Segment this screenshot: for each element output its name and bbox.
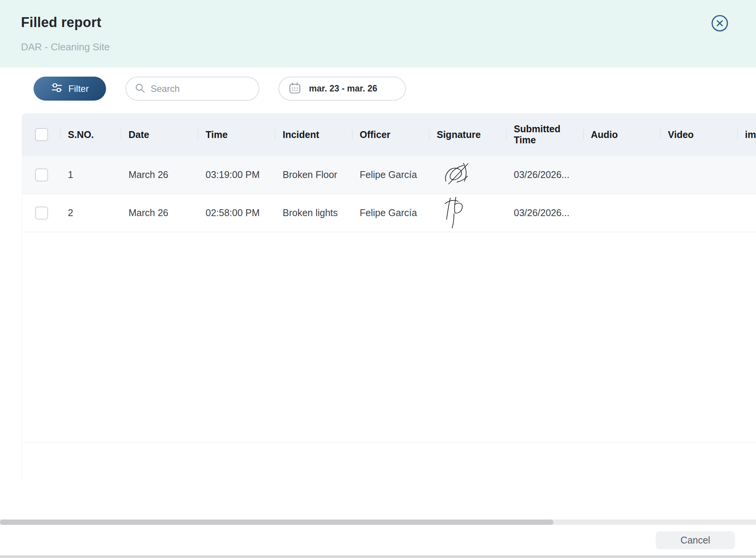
date-range-label: mar. 23 - mar. 26	[309, 83, 377, 94]
row-cell-signature	[429, 194, 506, 232]
date-range-picker[interactable]: mar. 23 - mar. 26	[278, 77, 406, 101]
column-label: Video	[668, 129, 694, 140]
row-cell-image	[737, 194, 756, 232]
officer-value: Felipe García	[360, 207, 417, 218]
row-cell-select	[22, 194, 60, 232]
row-cell-sno: 2	[60, 194, 121, 232]
column-label: Time	[206, 129, 228, 140]
table-row: 2 March 26 02:58:00 PM Broken lights Fel…	[22, 194, 756, 232]
header-cell-time: Time	[198, 113, 275, 156]
row-cell-date: March 26	[121, 194, 198, 232]
column-label: Date	[129, 129, 149, 140]
header-cell-incident: Incident	[275, 113, 352, 156]
row-cell-incident: Broken Floor	[275, 156, 352, 194]
column-label: S.NO.	[68, 129, 94, 140]
modal-footer: Cancel	[0, 525, 756, 555]
row-cell-select	[22, 156, 60, 194]
window-bottom-divider	[0, 555, 756, 558]
header-cell-officer: Officer	[352, 113, 429, 156]
header-cell-video: Video	[660, 113, 737, 156]
row-checkbox[interactable]	[35, 168, 48, 181]
select-all-checkbox[interactable]	[35, 128, 48, 141]
row-cell-date: March 26	[121, 156, 198, 194]
calendar-icon	[288, 82, 301, 96]
search-box	[125, 77, 259, 101]
row-cell-video	[660, 194, 737, 232]
submitted-time-value: 03/26/2026...	[514, 169, 569, 180]
time-value: 02:58:00 PM	[206, 207, 260, 218]
column-label: Signature	[437, 129, 481, 140]
search-input[interactable]	[151, 83, 269, 94]
column-label: ima	[745, 129, 756, 140]
submitted-time-value: 03/26/2026...	[514, 207, 569, 218]
close-icon	[711, 14, 729, 32]
filled-report-modal: Filled report DAR - Cleaning Site F	[0, 0, 756, 558]
time-value: 03:19:00 PM	[206, 169, 260, 180]
table-footer-strip	[22, 442, 756, 480]
signature-image	[443, 161, 471, 189]
row-cell-submitted-time: 03/26/2026...	[506, 194, 583, 232]
table-empty-area	[22, 232, 756, 442]
row-cell-submitted-time: 03/26/2026...	[506, 156, 583, 194]
row-cell-officer: Felipe García	[352, 194, 429, 232]
table-row: 1 March 26 03:19:00 PM Broken Floor Feli…	[22, 156, 756, 194]
column-label: Officer	[360, 129, 391, 140]
row-cell-sno: 1	[60, 156, 121, 194]
sno-value: 2	[68, 207, 73, 218]
header-cell-sno: S.NO.	[60, 113, 121, 156]
row-cell-signature	[429, 156, 506, 194]
row-cell-time: 03:19:00 PM	[198, 156, 275, 194]
close-button[interactable]	[711, 14, 729, 32]
header-cell-audio: Audio	[583, 113, 660, 156]
column-label: Incident	[283, 129, 319, 140]
incident-value: Broken Floor	[283, 169, 337, 180]
row-cell-time: 02:58:00 PM	[198, 194, 275, 232]
header-cell-date: Date	[121, 113, 198, 156]
row-checkbox[interactable]	[35, 207, 48, 220]
incident-value: Broken lights	[283, 207, 338, 218]
column-label: Submitted Time	[514, 123, 563, 146]
sno-value: 1	[68, 169, 73, 180]
horizontal-scrollbar-track[interactable]	[0, 520, 756, 525]
horizontal-scrollbar-thumb[interactable]	[0, 520, 553, 525]
header-cell-submitted-time: Submitted Time	[506, 113, 583, 156]
header-cell-select	[22, 113, 60, 156]
signature-image	[443, 194, 464, 232]
date-value: March 26	[129, 169, 168, 180]
column-label: Audio	[591, 129, 618, 140]
row-cell-video	[660, 156, 737, 194]
page-title: Filled report	[21, 14, 101, 30]
toolbar: Filter mar. 23 - mar. 26	[34, 77, 406, 101]
row-cell-audio	[583, 194, 660, 232]
header-cell-signature: Signature	[429, 113, 506, 156]
header-cell-image: ima	[737, 113, 756, 156]
search-icon	[135, 83, 145, 95]
row-cell-image	[737, 156, 756, 194]
officer-value: Felipe García	[360, 169, 417, 180]
filter-button-label: Filter	[68, 83, 88, 94]
row-cell-officer: Felipe García	[352, 156, 429, 194]
date-value: March 26	[129, 207, 168, 218]
table-header-row: S.NO. Date Time Incident Officer Signatu…	[22, 113, 756, 156]
filter-sliders-icon	[51, 82, 63, 95]
filter-button[interactable]: Filter	[34, 77, 106, 101]
report-table: S.NO. Date Time Incident Officer Signatu…	[22, 113, 756, 480]
page-subtitle: DAR - Cleaning Site	[21, 41, 110, 53]
row-cell-incident: Broken lights	[275, 194, 352, 232]
row-cell-audio	[583, 156, 660, 194]
cancel-button[interactable]: Cancel	[656, 531, 735, 549]
modal-header: Filled report DAR - Cleaning Site	[0, 0, 756, 67]
